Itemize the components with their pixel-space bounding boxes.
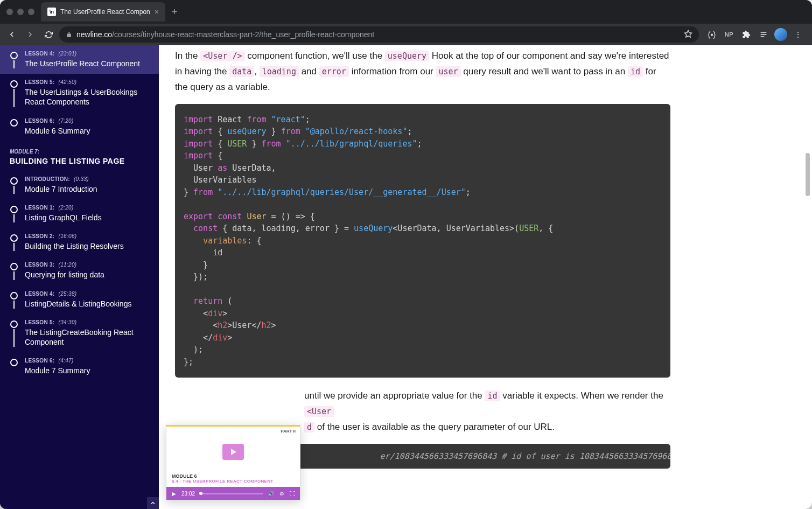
sidebar-item-m7-lesson-5[interactable]: LESSON 5: (34:30) The ListingCreateBooki… (0, 314, 159, 352)
bookmark-star-icon[interactable] (684, 30, 692, 40)
lesson-bullet-icon (10, 119, 18, 127)
video-time: 23:02 (181, 491, 195, 497)
inline-code: <User /> (200, 51, 244, 61)
reading-list-icon[interactable] (756, 27, 771, 42)
video-play-icon[interactable]: ▶ (171, 491, 177, 497)
forward-button[interactable] (23, 27, 38, 42)
video-settings-icon[interactable]: ⚙ (278, 491, 285, 497)
lesson-duration: (7:20) (59, 118, 74, 124)
play-button[interactable] (222, 444, 244, 460)
browser-toolbar: newline.co/courses/tinyhouse-react-maste… (0, 24, 812, 45)
code-block-main: import React from "react"; import { useQ… (175, 104, 670, 378)
lesson-bullet-icon (10, 234, 18, 242)
lesson-bullet-icon (10, 206, 18, 213)
sidebar-item-m7-lesson-3[interactable]: LESSON 3: (11:20) Querying for listing d… (0, 256, 159, 285)
browser-tab[interactable]: \n The UserProfile React Compon × (41, 2, 165, 22)
inline-code: d (304, 422, 314, 433)
lesson-title: Listing GraphQL Fields (25, 213, 151, 222)
lesson-bullet-icon (10, 320, 18, 328)
video-seekbar[interactable] (199, 493, 263, 494)
inline-code: id (628, 66, 643, 77)
sidebar-item-intro[interactable]: INTRODUCTION: (0:33) Module 7 Introducti… (0, 171, 159, 199)
lesson-bullet-icon (10, 263, 18, 270)
lesson-duration: (0:33) (74, 176, 89, 182)
sidebar-item-lesson-6[interactable]: LESSON 6: (7:20) Module 6 Summary (0, 113, 159, 141)
sidebar-item-lesson-4[interactable]: LESSON 4: (23:01) The UserProfile React … (0, 45, 159, 74)
module-label: MODULE 7: (10, 149, 149, 155)
inline-code: useQuery (385, 51, 429, 61)
lesson-bullet-icon (10, 177, 18, 185)
lesson-meta: LESSON 5: (25, 319, 55, 325)
traffic-lights (6, 9, 34, 15)
lesson-title: The UserProfile React Component (25, 59, 151, 68)
lesson-title: Querying for listing data (25, 270, 151, 280)
lesson-title: Module 7 Introduction (25, 184, 151, 194)
sidebar-item-lesson-5[interactable]: LESSON 5: (42:50) The UserListings & Use… (0, 74, 159, 112)
sidebar-item-m7-lesson-4[interactable]: LESSON 4: (25:38) ListingDetails & Listi… (0, 285, 159, 314)
module-title: BUILDING THE LISTING PAGE (10, 157, 149, 165)
lesson-bullet-icon (10, 292, 18, 299)
code-block-url: er/108344566333457696843 # id of user is… (293, 444, 670, 469)
collapse-sidebar-button[interactable] (147, 497, 159, 509)
lesson-duration: (34:30) (59, 319, 77, 325)
maximize-window-button[interactable] (28, 9, 34, 15)
video-volume-icon[interactable]: 🔊 (268, 491, 274, 497)
page-content: LESSON 4: (23:01) The UserProfile React … (0, 45, 812, 509)
video-controls: ▶ 23:02 🔊 ⚙ ⛶ (166, 487, 300, 500)
lesson-duration: (42:50) (59, 79, 77, 85)
sidebar-item-m7-lesson-6[interactable]: LESSON 6: (4:47) Module 7 Summary (0, 352, 159, 381)
toolbar-right: (▪) NP ⋮ (702, 27, 808, 42)
lesson-bullet-icon (10, 80, 18, 88)
inline-code: <User (304, 406, 334, 417)
lesson-title: Module 6 Summary (25, 126, 151, 136)
reload-button[interactable] (41, 27, 56, 42)
lesson-title: Building the Listing Resolvers (25, 241, 151, 251)
video-slide: PART II MODULE 6 6.4 - THE USERPROFILE R… (166, 427, 300, 487)
inline-code: id (485, 391, 500, 401)
back-button[interactable] (4, 27, 19, 42)
extensions-icon[interactable] (739, 27, 754, 42)
lesson-duration: (23:01) (59, 51, 77, 57)
lesson-meta: LESSON 4: (25, 51, 55, 57)
browser-window: \n The UserProfile React Compon × + newl… (0, 0, 812, 509)
lesson-meta: LESSON 1: (25, 205, 55, 211)
slide-part: PART II (281, 429, 296, 434)
lesson-meta: LESSON 4: (25, 291, 55, 297)
lesson-meta: LESSON 5: (25, 79, 55, 85)
sidebar-item-m7-lesson-2[interactable]: LESSON 2: (16:06) Building the Listing R… (0, 228, 159, 256)
lesson-duration: (16:06) (59, 233, 77, 239)
lesson-meta: LESSON 6: (25, 118, 55, 124)
video-mini-player[interactable]: PART II MODULE 6 6.4 - THE USERPROFILE R… (166, 425, 300, 500)
lesson-done-icon (10, 52, 18, 59)
video-fullscreen-icon[interactable]: ⛶ (289, 491, 296, 497)
address-bar[interactable]: newline.co/courses/tinyhouse-react-maste… (59, 26, 699, 43)
slide-module: MODULE 6 (172, 473, 273, 479)
lesson-title: ListingDetails & ListingBookings (25, 299, 151, 309)
np-badge[interactable]: NP (722, 27, 737, 42)
lesson-duration: (2:20) (59, 205, 74, 211)
new-tab-button[interactable]: + (172, 6, 178, 18)
scrollbar-thumb[interactable] (806, 153, 810, 196)
lesson-meta: LESSON 3: (25, 262, 55, 268)
close-tab-icon[interactable]: × (155, 8, 159, 16)
lock-icon (66, 31, 72, 38)
tab-title: The UserProfile React Compon (60, 8, 150, 16)
inline-code: user (436, 66, 460, 77)
lesson-title: Module 7 Summary (25, 366, 151, 375)
inline-code: data (229, 66, 254, 77)
lesson-title: The ListingCreateBooking React Component (25, 327, 151, 347)
minimize-window-button[interactable] (17, 9, 24, 15)
paragraph-1: In the <User /> component function, we'l… (175, 48, 670, 95)
profile-avatar[interactable] (773, 27, 788, 42)
inline-code: error (319, 66, 349, 77)
lesson-duration: (4:47) (59, 358, 74, 364)
sidebar-item-m7-lesson-1[interactable]: LESSON 1: (2:20) Listing GraphQL Fields (0, 199, 159, 228)
lesson-meta: INTRODUCTION: (25, 176, 70, 182)
close-window-button[interactable] (6, 9, 13, 15)
lesson-bullet-icon (10, 359, 18, 366)
cast-icon[interactable]: (▪) (704, 27, 719, 42)
lesson-meta: LESSON 6: (25, 358, 55, 364)
url-text: newline.co/courses/tinyhouse-react-maste… (76, 30, 374, 39)
slide-title: 6.4 - THE USERPROFILE REACT COMPONENT (172, 479, 273, 484)
menu-icon[interactable]: ⋮ (790, 27, 806, 42)
